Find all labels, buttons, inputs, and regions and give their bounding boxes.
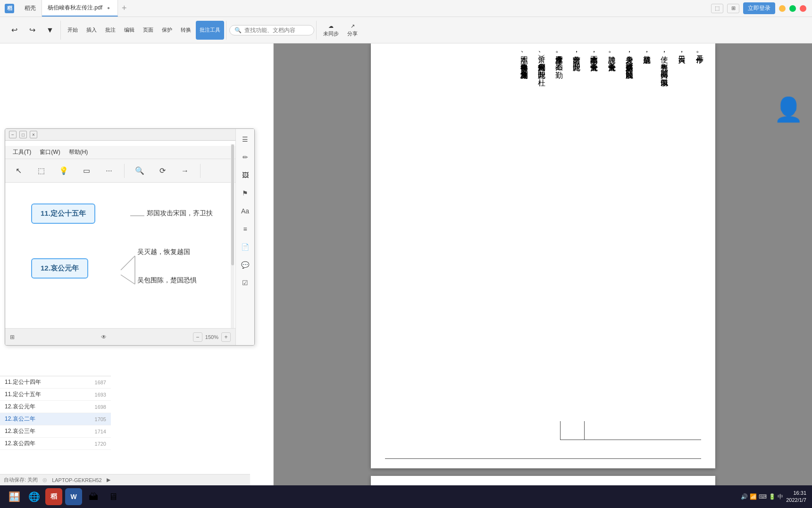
toolbar-share[interactable]: ↗ 分享 xyxy=(343,21,361,40)
page-list-item[interactable]: 12.哀公四年 1720 xyxy=(0,438,111,450)
mindmap-content: 11.定公十五年 郑国攻击宋国，齐卫扶 12.哀公元年 吴灭越，恢复越国 吴包围… xyxy=(5,183,236,346)
toolbar-search-group: 🔍 xyxy=(227,21,317,40)
tool-btn-cursor[interactable]: ↖ xyxy=(9,161,28,181)
sidebar-checkbox-icon[interactable]: ☑ xyxy=(239,276,252,289)
tool-btn-more[interactable]: ··· xyxy=(100,161,118,181)
text-col-1: 作十二月。 xyxy=(691,48,708,464)
layout-icon[interactable]: ⬚ xyxy=(711,4,723,13)
zoom-out-btn[interactable]: − xyxy=(193,332,202,342)
pdf-viewer: 👤 作十二月。 夫日云云， 使，無有先，與傳不同，似以前未 所欲必成， 夫差之身… xyxy=(274,43,812,508)
login-button[interactable]: 立即登录 xyxy=(743,2,775,14)
tool-btn-zoom[interactable]: 🔍 xyxy=(130,161,149,181)
export-icon: → xyxy=(181,167,189,175)
tool-btn-share[interactable]: ⟳ xyxy=(153,161,172,181)
toolbar-arrow[interactable]: ▼ xyxy=(42,21,59,40)
taskbar-desktop[interactable]: 🖥 xyxy=(105,488,122,505)
mascot: 👤 xyxy=(770,81,807,138)
tool-btn-frame[interactable]: ▭ xyxy=(77,161,96,181)
taskbar-clock: 16:31 2022/1/7 xyxy=(786,490,806,504)
new-tab-button[interactable]: + xyxy=(118,3,131,13)
toolbar-insert[interactable]: 插入 xyxy=(83,21,100,40)
mindmap-minimize-btn[interactable]: − xyxy=(9,131,17,138)
mindmap-node-11[interactable]: 11.定公十五年 xyxy=(31,203,95,224)
page-item-number: 1720 xyxy=(95,441,106,447)
share-icon: ↗ xyxy=(351,23,355,29)
sidebar-bubble-icon[interactable]: 💬 xyxy=(239,258,252,271)
search-icon: 🔍 xyxy=(234,27,242,34)
toolbar-redo[interactable]: ↪ xyxy=(24,21,41,40)
taskbar-edge[interactable]: 🌐 xyxy=(25,488,42,505)
toolbar-main-btns: 开始 插入 批注 编辑 页面 保护 转换 批注工具 xyxy=(62,21,226,40)
mindmap-maximize-btn[interactable]: □ xyxy=(19,131,27,138)
page-item-number: 1705 xyxy=(95,416,106,422)
taskbar-start[interactable]: 🪟 xyxy=(6,488,23,505)
sidebar-text-icon[interactable]: Aa xyxy=(239,204,252,218)
sidebar-font-icon[interactable]: ≡ xyxy=(239,222,252,236)
sidebar-note-icon[interactable]: 📄 xyxy=(239,240,252,254)
page-list-item[interactable]: 11.定公十四年 1687 xyxy=(0,376,111,389)
page-list-item[interactable]: 12.哀公三年 1714 xyxy=(0,425,111,438)
toolbar-edit[interactable]: 编辑 xyxy=(120,21,138,40)
taskbar-xmind[interactable]: 🏔 xyxy=(85,488,102,505)
toolbar-start[interactable]: 开始 xyxy=(64,21,82,40)
pdf-scroll-area[interactable]: 作十二月。 夫日云云， 使，無有先，與傳不同，似以前未 所欲必成， 夫差之身，遂… xyxy=(274,43,812,491)
tool-btn-select[interactable]: ⬚ xyxy=(32,161,50,181)
tab-daoke[interactable]: 稻壳 xyxy=(19,0,42,17)
menu-window[interactable]: 窗口(W) xyxy=(36,147,64,157)
tab-close-icon[interactable]: ● xyxy=(105,5,112,11)
tray-icon-1: 🔊 xyxy=(741,493,748,500)
expand-arrow[interactable]: ▶ xyxy=(107,477,246,483)
sidebar-list-icon[interactable]: ☰ xyxy=(239,133,252,146)
status-dot: ◎ xyxy=(42,477,47,483)
taskbar-word[interactable]: W xyxy=(65,488,82,505)
menu-tools[interactable]: 工具(T) xyxy=(9,147,35,157)
page-item-number: 1687 xyxy=(95,380,106,385)
taskbar-red[interactable]: 稻 xyxy=(45,488,62,505)
toolbar: ↩ ↪ ▼ 开始 插入 批注 编辑 页面 保护 转换 批注工具 🔍 ☁ 未同步 … xyxy=(0,17,812,43)
text-col-4: 所欲必成， xyxy=(639,48,655,464)
page-item-label: 12.哀公四年 xyxy=(5,440,35,448)
page-item-label: 12.哀公二年 xyxy=(5,415,35,423)
eye-icon[interactable]: 👁 xyxy=(101,334,107,340)
app-logo-area: 稻 xyxy=(0,4,19,13)
menu-help[interactable]: 帮助(H) xyxy=(65,147,92,157)
sidebar-flag-icon[interactable]: ⚑ xyxy=(239,186,252,200)
tab-bar: 稻壳 杨伯峻春秋左传注.pdf ● + xyxy=(19,0,705,17)
page-item-label: 11.定公十五年 xyxy=(5,390,41,398)
toolbar-unsync[interactable]: ☁ 未同步 xyxy=(319,21,343,40)
filter-icon[interactable]: ⊞ xyxy=(10,334,15,340)
page-list: 11.定公十四年 1687 11.定公十五年 1693 12.哀公元年 1698… xyxy=(0,376,111,480)
toolbar-protect[interactable]: 保护 xyxy=(158,21,176,40)
tray-icon-5: 中 xyxy=(778,493,783,501)
close-button[interactable] xyxy=(800,5,806,12)
zoom-in-btn[interactable]: + xyxy=(221,332,231,342)
text-col-6: 說勝。吾先大夫子常 xyxy=(603,48,620,464)
mindmap-bottom-bar: ⊞ 👁 − 150% + xyxy=(5,328,235,345)
svg-line-1 xyxy=(121,256,135,270)
sidebar-pencil-icon[interactable]: ✏ xyxy=(239,151,252,164)
toolbar-annotate[interactable]: 批注工具 xyxy=(196,21,224,40)
page-list-item[interactable]: 11.定公十五年 1693 xyxy=(0,389,111,401)
toolbar-comment[interactable]: 批注 xyxy=(101,21,119,40)
minimize-button[interactable] xyxy=(779,5,786,12)
page-list-item-active[interactable]: 12.哀公二年 1705 xyxy=(0,413,111,425)
toolbar-page[interactable]: 页面 xyxy=(139,21,157,40)
tool-btn-export[interactable]: → xyxy=(176,161,194,181)
mindmap-titlebar: − □ × xyxy=(5,129,254,141)
toolbar-convert[interactable]: 转换 xyxy=(177,21,195,40)
tool-btn-light[interactable]: 💡 xyxy=(54,161,73,181)
search-input[interactable] xyxy=(244,27,310,34)
toolbar-undo[interactable]: ↩ xyxy=(6,21,23,40)
sidebar-image-icon[interactable]: 🖼 xyxy=(239,169,252,182)
mindmap-close-btn[interactable]: × xyxy=(30,131,37,138)
mindmap-node-12[interactable]: 12.哀公元年 xyxy=(31,258,88,279)
text-col-8: 营之前出，即此营。 xyxy=(569,48,585,464)
search-bar[interactable]: 🔍 xyxy=(229,25,314,35)
mindmap-right-sidebar: ☰ ✏ 🖼 ⚑ Aa ≡ 📄 💬 ☑ xyxy=(235,129,254,345)
mindmap-scrollbar[interactable] xyxy=(231,144,234,345)
taskbar: 🪟 🌐 稻 W 🏔 🖥 🔊 📶 ⌨ 🔋 中 16:31 2022/1/7 xyxy=(0,485,812,508)
view-icon[interactable]: ⊞ xyxy=(727,4,739,13)
page-list-item[interactable]: 12.哀公元年 1698 xyxy=(0,401,111,413)
tab-pdf[interactable]: 杨伯峻春秋左传注.pdf ● xyxy=(42,0,118,17)
maximize-button[interactable] xyxy=(789,5,796,12)
